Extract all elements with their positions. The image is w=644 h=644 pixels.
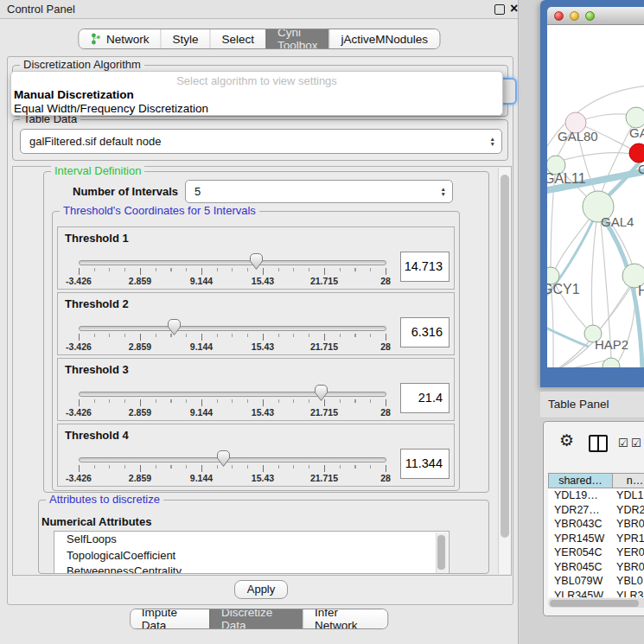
list-scrollbar-track[interactable] [436,532,448,574]
tab-network[interactable]: Network [79,29,161,48]
close-traffic-light-icon[interactable] [554,11,564,21]
threshold-value-field[interactable]: 14.713 [400,252,450,282]
tick-label: 15.43 [241,473,284,483]
tab-label: Discretize Data [221,609,291,629]
threshold-value-field[interactable]: 21.4 [400,383,450,413]
table-body: YDL19…YDL1… YDR27…YDR2… YBR043CYBR0… YPR… [548,488,644,597]
tab-label: Select [221,33,254,46]
tab-select[interactable]: Select [209,29,265,48]
zoom-traffic-light-icon[interactable] [585,11,595,21]
threshold-value-field[interactable]: 11.344 [400,449,450,479]
tick-label: 9.144 [180,473,223,483]
cell: YPR1… [611,532,644,546]
table-panel-title: Table Panel [548,398,609,411]
slider-ticks [79,334,387,341]
threshold-2-panel: Threshold 2 -3.426 2.859 9.144 15.43 21.… [57,292,455,355]
number-of-intervals-combo[interactable]: 5 ▲▼ [185,180,453,203]
tab-discretize-data[interactable]: Discretize Data [209,609,303,628]
node-cut-bottom[interactable] [603,358,620,367]
table-row[interactable]: YBR043CYBR0… [548,517,644,532]
tab-style[interactable]: Style [160,29,209,48]
tick-label: -3.426 [57,407,100,418]
apply-button[interactable]: Apply [234,580,288,599]
tab-label: Style [172,33,198,46]
cell: YDL19… [548,488,611,503]
close-icon[interactable]: × [510,1,518,16]
tab-label: Network [106,33,150,46]
tick-label: 2.859 [118,276,162,286]
list-scrollbar-thumb[interactable] [437,535,445,570]
column-header-name[interactable]: n… [613,473,644,488]
table-panel-titlebar: Table Panel [540,391,644,418]
tab-label: jActiveMNodules [341,33,429,46]
node-label-cut-top: GA [629,125,644,140]
table-row[interactable]: YLR345WYLR3… [548,589,644,598]
slider-track[interactable] [79,326,386,331]
tick-label: 21.715 [303,407,346,418]
slider-track[interactable] [79,457,386,462]
column-header-shared[interactable]: shared… [548,473,613,488]
slider-ticks [79,465,387,472]
numerical-attributes-list: SelfLoops TopologicalCoefficient Between… [54,531,450,574]
node-selected-red[interactable] [629,143,644,163]
table-row[interactable]: YER054CYER0… [548,545,644,560]
tab-cyni-toolbox[interactable]: Cyni Toolbox [265,29,329,48]
tick-label: 15.43 [241,341,284,352]
combo-spinner-icon: ▲▼ [441,181,446,202]
slider-track[interactable] [79,392,386,397]
tab-label: Cyni Toolbox [277,29,318,49]
cell: YBR045C [548,560,611,575]
tick-label: 2.859 [118,407,162,418]
control-panel-titlebar: Control Panel × [0,0,518,19]
tab-impute-data[interactable]: Impute Data [131,609,209,628]
threshold-label: Threshold 1 [65,232,129,245]
group-title: Threshold's Coordinates for 5 Intervals [60,204,259,217]
list-item[interactable]: BetweennessCentrality [54,564,449,574]
group-title: Attributes to discretize [46,493,163,506]
top-tab-bar: Network Style Select Cyni Toolbox jActiv… [78,29,440,49]
horizontal-scrollbar-track[interactable] [548,598,644,608]
gear-icon[interactable]: ⚙ [559,430,574,450]
table-row[interactable]: YBL079WYBL0… [548,574,644,589]
bottom-tab-bar: Impute Data Discretize Data Infer Networ… [130,609,389,629]
tick-label: -3.426 [57,341,100,352]
network-tab-icon [90,33,101,45]
horizontal-scrollbar-thumb[interactable] [550,600,639,607]
tick-label: 15.43 [241,407,284,418]
network-view-window: GAL80 GA GAL11 GAL4 C GCY1 H HAP2 [540,0,644,387]
split-view-icon[interactable] [589,435,608,452]
list-item[interactable]: SelfLoops [54,532,449,548]
table-row[interactable]: YDL19…YDL1… [548,488,644,503]
cell: YBR0… [611,517,644,532]
threshold-label: Threshold 4 [65,429,129,442]
threshold-1-panel: Threshold 1 -3.426 2.859 9.144 15.43 21.… [57,226,455,290]
group-title: Discretization Algorithm [20,58,144,71]
checkbox-icon[interactable]: ☑ [631,437,641,450]
network-canvas[interactable]: GAL80 GA GAL11 GAL4 C GCY1 H HAP2 [547,25,644,367]
float-window-icon[interactable] [494,4,505,15]
dropdown-option-manual[interactable]: Manual Discretization [14,88,134,101]
node-label-gcy1: GCY1 [547,282,580,296]
tab-infer-network[interactable]: Infer Network [303,609,387,628]
minimize-traffic-light-icon[interactable] [570,11,579,21]
numerical-attributes-label: Numerical Attributes [41,515,151,528]
dropdown-option-equal-width[interactable]: Equal Width/Frequency Discretization [14,102,208,115]
screen: Control Panel × Network Style Select Cyn… [0,0,644,644]
node-label-cut-low: H [638,284,644,298]
list-item[interactable]: TopologicalCoefficient [54,548,449,564]
cell: YBL079W [548,574,611,589]
network-window-titlebar[interactable] [547,7,644,25]
threshold-value-field[interactable]: 6.316 [400,317,450,348]
table-row[interactable]: YBR045CYBR0… [548,560,644,575]
tab-jactivemnodules[interactable]: jActiveMNodules [329,29,440,48]
table-data-combo[interactable]: galFiltered.sif default node ▲▼ [20,129,502,154]
panel-scrollbar-thumb[interactable] [501,175,509,538]
threshold-label: Threshold 2 [65,297,129,310]
checkbox-icon[interactable]: ☑ [618,437,628,450]
slider-track[interactable] [79,260,386,265]
slider-ticks [79,268,387,275]
tick-label: 21.715 [303,341,346,352]
table-row[interactable]: YDR27…YDR2… [548,503,644,518]
cell: YER054C [548,545,611,560]
table-row[interactable]: YPR145WYPR1… [548,532,644,546]
